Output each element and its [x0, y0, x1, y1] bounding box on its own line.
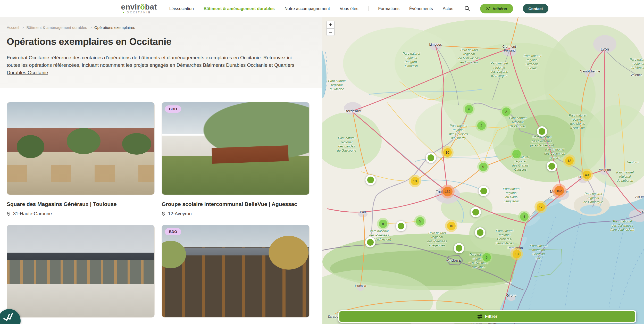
nav-divider — [368, 6, 369, 11]
nav-item[interactable]: Actus — [443, 6, 453, 11]
map-cluster-marker[interactable]: 4 — [518, 211, 530, 222]
map-cluster-marker[interactable] — [547, 161, 557, 171]
park-label: Parc naturelrégionalPérigord-Limousin — [403, 52, 420, 68]
map-zoom-control: + − — [327, 21, 334, 36]
map-cluster-marker[interactable]: 13 — [511, 248, 523, 260]
map-cluster-marker[interactable] — [479, 186, 489, 196]
map-cluster-marker[interactable]: 5 — [414, 215, 426, 227]
breadcrumb: Accueil > Bâtiment & aménagement durable… — [7, 25, 312, 30]
site-logo[interactable]: envirôbat OCCITANIE — [121, 3, 157, 14]
cluster-count: 132 — [445, 190, 450, 194]
nav-item[interactable]: Bâtiment & aménagement durables — [204, 6, 275, 11]
zoom-out-button[interactable]: − — [327, 28, 334, 36]
map-cluster-marker[interactable]: 12 — [563, 154, 575, 167]
map-cluster-marker[interactable]: 102 — [552, 184, 566, 198]
map-cluster-marker[interactable]: 5 — [511, 148, 522, 160]
page-intro: Envirobat Occitanie référence des centai… — [7, 54, 304, 76]
map-cluster-marker[interactable]: 2 — [475, 120, 487, 131]
map-cluster-marker[interactable]: 8 — [377, 218, 389, 230]
main-nav: L'association Bâtiment & aménagement dur… — [169, 6, 453, 11]
city-label: Pau — [360, 210, 366, 214]
map-cluster-marker[interactable]: 10 — [445, 220, 457, 232]
nav-item[interactable]: Formations — [378, 6, 400, 11]
map-cluster-marker[interactable]: 9 — [477, 161, 489, 173]
map-cluster-marker[interactable]: 6 — [481, 251, 492, 263]
logo-subtitle: OCCITANIE — [127, 11, 151, 14]
map-cluster-marker[interactable] — [537, 126, 547, 137]
breadcrumb-separator: > — [90, 26, 92, 30]
operation-photo[interactable]: BDO — [162, 102, 310, 195]
operation-title[interactable]: Square des Magasins Généraux | Toulouse — [7, 201, 155, 207]
park-label: Parc naturelrégionaldu Luberon — [616, 170, 633, 183]
breadcrumb-section[interactable]: Bâtiment & aménagement durables — [27, 25, 87, 30]
cluster-count: 13 — [413, 179, 417, 183]
park-label: Parc naturelrégionaldes Pyrénéesariégeoi… — [427, 231, 447, 247]
site-header: envirôbat OCCITANIE L'association Bâtime… — [0, 0, 644, 17]
operations-card-grid: Square des Magasins Généraux | Toulouse … — [0, 88, 322, 324]
cluster-count: 2 — [505, 110, 507, 114]
city-label: Bordeaux — [345, 109, 361, 113]
map-cluster-marker[interactable]: 13 — [409, 175, 421, 187]
map-cluster-marker[interactable]: 10 — [441, 146, 454, 159]
operation-card: BDO Maison des transitions écologiques |… — [162, 225, 310, 324]
zoom-in-button[interactable]: + — [327, 21, 334, 28]
nav-item[interactable]: Événements — [409, 6, 433, 11]
content-panel: Accueil > Bâtiment & aménagement durable… — [0, 17, 322, 324]
operation-photo[interactable] — [7, 225, 155, 318]
adherer-button[interactable]: Adhérer — [480, 4, 513, 13]
map-cluster-marker[interactable]: 4 — [463, 103, 475, 115]
cluster-count: 10 — [446, 151, 449, 154]
city-label: Clermont-Ferrand — [502, 45, 517, 52]
cluster-count: 17 — [539, 205, 542, 209]
cluster-count: 6 — [486, 255, 487, 259]
city-label: Limoges — [429, 43, 442, 46]
breadcrumb-home[interactable]: Accueil — [7, 25, 19, 30]
map-cluster-marker[interactable] — [396, 221, 406, 231]
park-label: Parc naturelmarin duGolfe duLion — [530, 244, 547, 260]
park-label: Parc naturelrégionalCorbières-Fenouillèd… — [496, 229, 514, 245]
map-cluster-marker[interactable]: 2 — [500, 106, 512, 118]
operation-location: 31-Haute-Garonne — [7, 211, 155, 217]
map-cluster-marker[interactable] — [365, 237, 375, 247]
nav-item[interactable]: Vous êtes — [340, 6, 358, 11]
nav-item[interactable]: L'association — [169, 6, 194, 11]
search-icon[interactable] — [464, 5, 470, 12]
breadcrumb-separator: > — [22, 26, 24, 30]
bdo-badge: BDO — [165, 105, 181, 113]
cluster-count: 5 — [515, 152, 517, 156]
map-cluster-marker[interactable]: 17 — [534, 201, 547, 213]
link-batiments-durables[interactable]: Bâtiments Durables Occitanie — [203, 62, 267, 68]
page-title: Opérations exemplaires en Occitanie — [7, 36, 312, 47]
operation-card: Collège d'Orlinde | Bretenoux — [7, 225, 155, 324]
park-label: Parc naturelrégionalLivradois-Forez — [524, 54, 541, 70]
map-cluster-marker[interactable]: 40 — [581, 169, 593, 181]
cluster-count: 40 — [585, 173, 589, 177]
operation-card: Square des Magasins Généraux | Toulouse … — [7, 102, 155, 217]
cluster-count: 4 — [468, 107, 470, 111]
cluster-count: 4 — [523, 215, 525, 219]
map-cluster-marker[interactable] — [426, 153, 436, 163]
park-label: Parc nationaldes Calanques(aire d'adhési… — [610, 219, 634, 232]
city-label: Lyon — [601, 47, 609, 51]
city-label: Marseille — [642, 210, 644, 214]
city-label: Andorra — [447, 258, 461, 262]
map-cluster-marker[interactable]: 132 — [441, 185, 455, 198]
city-label: Avignon — [599, 168, 611, 172]
filter-button[interactable]: Filtrer — [338, 310, 636, 323]
park-label: Parc naturelrégionaldu Médoc — [328, 79, 345, 91]
nav-item[interactable]: Notre accompagnement — [285, 6, 330, 11]
operations-map[interactable]: Parc naturelrégionalPérigord-LimousinPar… — [322, 17, 644, 324]
bdo-badge: BDO — [165, 228, 181, 235]
map-cluster-marker[interactable] — [365, 175, 376, 185]
operation-photo[interactable]: BDO — [162, 225, 310, 318]
park-label: Parc naturelrégionaldes Landesde Gascogn… — [337, 136, 356, 153]
operation-title[interactable]: Groupe scolaire intercommunal BelleVue |… — [162, 201, 310, 207]
map-cluster-marker[interactable] — [454, 243, 464, 253]
contact-button[interactable]: Contact — [523, 4, 549, 13]
double-check-icon — [2, 311, 15, 323]
map-cluster-marker[interactable] — [471, 207, 481, 217]
page-hero: Accueil > Bâtiment & aménagement durable… — [0, 17, 322, 88]
map-cluster-marker[interactable] — [475, 227, 485, 238]
cluster-count: 12 — [567, 159, 571, 163]
operation-photo[interactable] — [7, 102, 155, 195]
